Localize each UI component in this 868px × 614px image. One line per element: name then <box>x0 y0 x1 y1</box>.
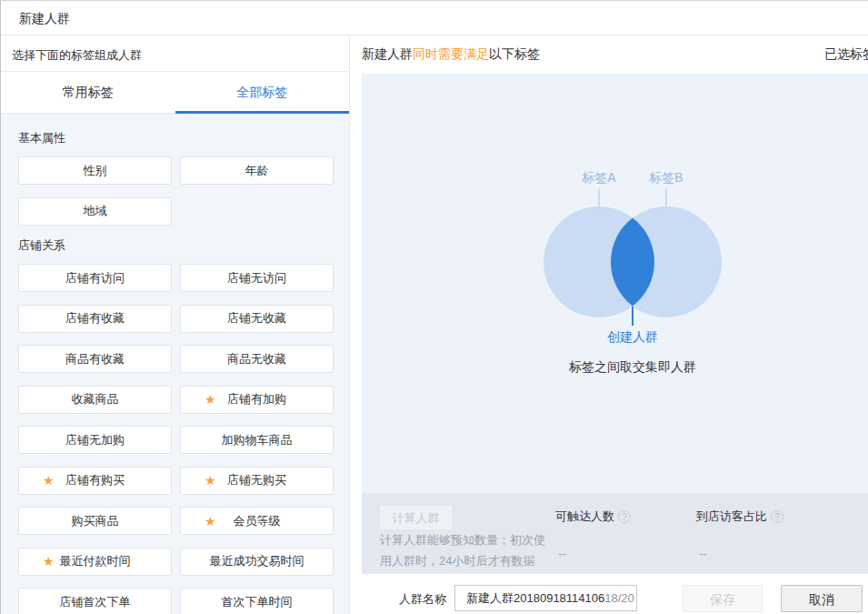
tag-button[interactable]: 店铺有访问 <box>18 264 172 292</box>
tag-label: 店铺无访问 <box>227 270 286 287</box>
audience-name-input[interactable]: 新建人群20180918114106 18/20 <box>454 585 637 611</box>
tag-button-gender[interactable]: 性别 <box>18 156 172 185</box>
tag-label: 最近付款时间 <box>60 553 131 569</box>
panel-divider <box>349 35 350 614</box>
tag-label: 加购物车商品 <box>222 432 293 448</box>
venn-tag-b-label: 标签B <box>649 170 683 186</box>
tag-button[interactable]: 收藏商品 <box>18 386 172 414</box>
tag-label: 店铺无购买 <box>227 472 286 488</box>
help-icon[interactable] <box>618 510 631 523</box>
tag-button[interactable]: 会员等级 <box>180 507 334 535</box>
reachable-count-label: 可触达人数 <box>555 508 631 525</box>
tag-button[interactable]: 首次下单时间 <box>180 588 334 614</box>
tag-button[interactable]: 商品无收藏 <box>180 345 334 373</box>
cancel-button[interactable]: 取消 <box>781 585 863 612</box>
tag-button[interactable]: 店铺有加购 <box>180 386 334 414</box>
tag-label: 地域 <box>84 203 107 219</box>
condition-header: 新建人群同时需要满足以下标签 <box>362 46 540 63</box>
tag-label: 店铺无收藏 <box>227 310 286 327</box>
venn-diagram-area: 标签A 标签B 创建人群 标签之间取交集即人群 <box>362 74 868 493</box>
section-basic-attributes: 基本属性 <box>18 130 65 146</box>
tag-button[interactable]: 店铺无购买 <box>180 467 334 495</box>
selected-tags-link[interactable]: 已选标签 <box>824 46 868 63</box>
tag-label: 最近成功交易时间 <box>210 553 304 569</box>
tag-button[interactable]: 店铺无加购 <box>18 426 172 454</box>
tag-label: 店铺有购买 <box>65 472 125 488</box>
star-icon <box>43 555 55 568</box>
tag-button-region[interactable]: 地域 <box>18 197 172 226</box>
venn-tag-a-label: 标签A <box>582 170 615 186</box>
venn-caption: 标签之间取交集即人群 <box>569 359 696 376</box>
tag-button[interactable]: 店铺首次下单 <box>18 588 172 614</box>
audience-name-value: 新建人群20180918114106 <box>455 590 604 607</box>
tag-button[interactable]: 店铺无访问 <box>180 264 334 292</box>
tag-button[interactable]: 商品有收藏 <box>18 345 172 373</box>
reachable-count-value: -- <box>558 547 566 560</box>
tag-button[interactable]: 加购物车商品 <box>180 426 334 454</box>
tag-label: 商品有收藏 <box>65 351 125 367</box>
tag-label: 店铺有加购 <box>227 391 286 408</box>
reachable-count-text: 可触达人数 <box>555 508 614 525</box>
stats-bar: 计算人群 计算人群能够预知数量；初次使 用人群时，24小时后才有数据 可触达人数… <box>362 493 868 574</box>
venn-result-label: 创建人群 <box>607 329 658 346</box>
store-visitor-ratio-label: 到店访客占比 <box>696 508 783 525</box>
tab-common-tags[interactable]: 常用标签 <box>1 72 175 113</box>
tag-button[interactable]: 购买商品 <box>18 507 172 535</box>
tag-button[interactable]: 最近付款时间 <box>18 548 172 576</box>
tag-button[interactable]: 店铺无收藏 <box>180 305 334 333</box>
create-audience-dialog: 新建人群 选择下面的标签组成人群 常用标签 全部标签 基本属性 性别 年龄 地域… <box>0 0 868 614</box>
tag-label: 购买商品 <box>72 513 119 529</box>
star-icon <box>205 474 216 487</box>
calc-note-line2: 用人群时，24小时后才有数据 <box>380 553 534 569</box>
tag-label: 商品无收藏 <box>227 351 286 367</box>
tag-select-instruction: 选择下面的标签组成人群 <box>12 47 142 64</box>
char-counter: 18/20 <box>604 591 643 605</box>
star-icon <box>205 393 216 406</box>
calc-note-line1: 计算人群能够预知数量；初次使 <box>380 532 545 549</box>
header-prefix: 新建人群 <box>362 46 413 61</box>
venn-diagram <box>362 74 868 493</box>
store-visitor-ratio-value: -- <box>699 547 707 560</box>
tag-label: 年龄 <box>245 163 269 179</box>
star-icon <box>43 474 55 487</box>
tag-label: 会员等级 <box>234 513 281 529</box>
store-visitor-ratio-text: 到店访客占比 <box>696 508 767 525</box>
tag-label: 首次下单时间 <box>222 594 293 610</box>
header-highlight: 同时需要满足 <box>413 46 489 61</box>
help-icon[interactable] <box>771 510 783 523</box>
tag-button[interactable]: 店铺有购买 <box>18 467 172 495</box>
audience-name-label: 人群名称 <box>399 591 446 608</box>
tag-tabs: 常用标签 全部标签 <box>1 71 349 114</box>
tag-label: 店铺无加购 <box>65 432 125 448</box>
tab-all-tags[interactable]: 全部标签 <box>175 72 350 113</box>
dialog-title-bar: 新建人群 <box>1 1 868 35</box>
header-suffix: 以下标签 <box>489 46 540 61</box>
tag-label: 收藏商品 <box>72 391 119 408</box>
save-button[interactable]: 保存 <box>683 585 763 612</box>
tag-button-age[interactable]: 年龄 <box>180 156 334 185</box>
tag-button[interactable]: 店铺有收藏 <box>18 305 172 333</box>
tag-label: 店铺首次下单 <box>60 594 131 610</box>
tag-label: 性别 <box>84 163 107 179</box>
basic-tags-grid: 性别 年龄 地域 <box>18 156 334 226</box>
tag-label: 店铺有收藏 <box>65 310 125 327</box>
dialog-title: 新建人群 <box>19 1 70 35</box>
calculate-audience-button[interactable]: 计算人群 <box>380 506 452 529</box>
star-icon <box>205 515 216 528</box>
section-shop-relation: 店铺关系 <box>18 237 65 254</box>
tag-button[interactable]: 最近成功交易时间 <box>180 548 334 576</box>
tag-label: 店铺有访问 <box>65 270 125 287</box>
shop-tags-grid: 店铺有访问 店铺无访问 店铺有收藏 店铺无收藏 商品有收藏 商品无收藏 收藏商品… <box>18 264 334 614</box>
